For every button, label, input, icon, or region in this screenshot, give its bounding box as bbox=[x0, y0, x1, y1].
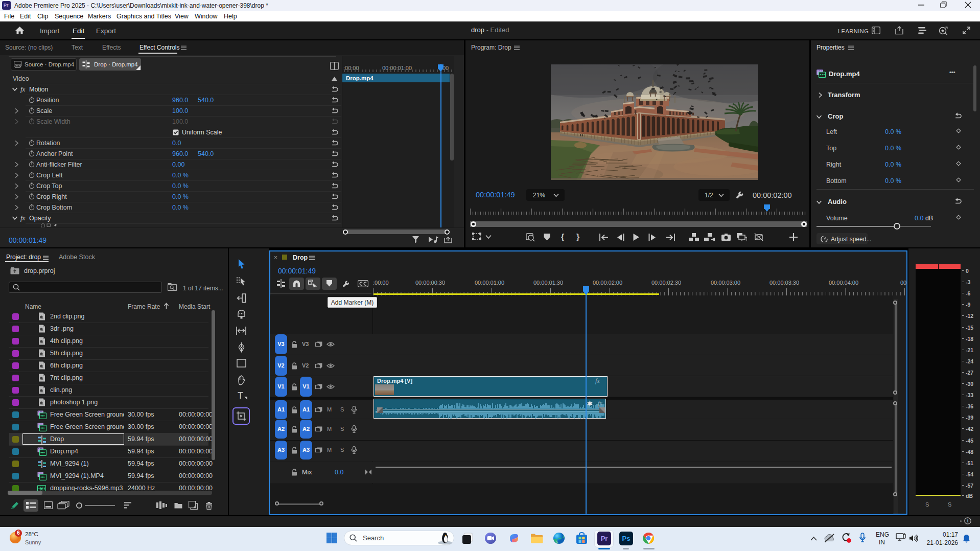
svg-text:i: i bbox=[967, 518, 969, 523]
